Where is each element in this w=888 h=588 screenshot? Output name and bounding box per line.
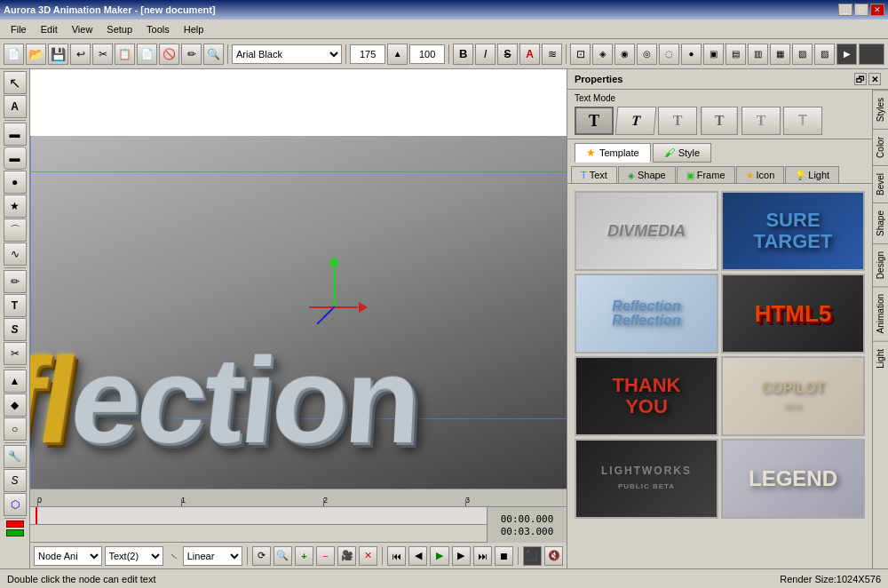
style-item-legend[interactable]: LEGEND <box>721 439 865 519</box>
font-size-up[interactable]: ▲ <box>387 44 408 65</box>
style-item-thankyou[interactable]: THANKYOU <box>575 356 718 436</box>
add-keyframe-button[interactable]: + <box>295 546 313 566</box>
new-button[interactable]: 📄 <box>4 44 24 65</box>
ellipse-tool[interactable]: ● <box>4 171 27 194</box>
style-item-html5[interactable]: HTML5 <box>721 274 865 354</box>
stop-button[interactable]: ⏹ <box>495 546 513 566</box>
italic-button[interactable]: I <box>475 44 496 65</box>
text-mode-btn-2[interactable]: T <box>615 107 657 135</box>
align-button[interactable]: ⊡ <box>570 44 591 65</box>
play-button[interactable]: ▶ <box>430 546 448 566</box>
text-mode-btn-3[interactable]: T <box>658 107 697 135</box>
sub-tab-frame[interactable]: ▣ Frame <box>677 166 735 183</box>
text-mode-btn-5[interactable]: T <box>741 107 781 135</box>
indicator2[interactable] <box>6 529 24 536</box>
style2-button[interactable]: ◉ <box>614 44 635 65</box>
save-button[interactable]: 💾 <box>48 44 68 65</box>
zoom-button[interactable]: 🔍 <box>203 44 224 65</box>
style-item-copilot[interactable]: COPILOTMAX <box>721 356 865 436</box>
sub-tab-icon[interactable]: ★ Icon <box>736 166 785 183</box>
right-tab-styles[interactable]: Styles <box>873 90 888 129</box>
step-forward-button[interactable]: ▶ <box>452 546 471 566</box>
shape-tool[interactable]: S <box>4 318 27 341</box>
menu-setup[interactable]: Setup <box>99 22 139 36</box>
sub-tab-light[interactable]: 💡 Light <box>785 166 839 183</box>
right-tab-design[interactable]: Design <box>873 243 888 286</box>
wrench-tool[interactable]: 🔧 <box>4 445 27 468</box>
style10-button[interactable]: ▧ <box>792 44 813 65</box>
pen-tool[interactable]: ✏ <box>4 270 27 293</box>
bold-button[interactable]: B <box>453 44 473 65</box>
window-controls[interactable]: _ □ ✕ <box>838 4 884 16</box>
type-tool[interactable]: T <box>4 294 27 317</box>
cut-button[interactable]: ✂ <box>92 44 113 65</box>
style-item-suretarget[interactable]: SURETARGET <box>721 191 865 271</box>
minimize-button[interactable]: _ <box>838 4 852 16</box>
menu-tools[interactable]: Tools <box>139 22 177 36</box>
style7-button[interactable]: ▤ <box>725 44 746 65</box>
text-mode-btn-6[interactable]: T <box>783 107 822 135</box>
right-tab-animation[interactable]: Animation <box>873 286 888 340</box>
style6-button[interactable]: ▣ <box>703 44 724 65</box>
copy-button[interactable]: 📋 <box>115 44 135 65</box>
canvas-area[interactable]: flection <box>30 69 567 489</box>
text-combo[interactable]: Text(2) <box>105 546 164 566</box>
style4-button[interactable]: ◌ <box>659 44 679 65</box>
menu-help[interactable]: Help <box>177 22 211 36</box>
right-tab-bevel[interactable]: Bevel <box>873 165 888 203</box>
loop-button[interactable]: ⬛ <box>523 546 542 566</box>
select-tool[interactable]: ↖ <box>4 71 27 94</box>
style3-button[interactable]: ◎ <box>637 44 657 65</box>
render-button[interactable]: ▶ <box>836 44 857 65</box>
font-scale-input[interactable] <box>409 44 445 64</box>
menu-edit[interactable]: Edit <box>34 22 65 36</box>
refresh-button[interactable]: ⟳ <box>252 546 271 566</box>
style9-button[interactable]: ▦ <box>770 44 790 65</box>
search-anim-button[interactable]: 🔍 <box>274 546 292 566</box>
undo-button[interactable]: ↩ <box>70 44 91 65</box>
linear-combo[interactable]: Linear <box>183 546 242 566</box>
sub-tab-text[interactable]: T Text <box>571 166 617 183</box>
s-tool[interactable]: S <box>4 469 27 492</box>
style-item-divmedia[interactable]: DIVMEDIA <box>575 191 718 271</box>
open-button[interactable]: 📂 <box>26 44 46 65</box>
star-tool[interactable]: ★ <box>4 195 27 218</box>
color-swatch[interactable] <box>859 44 884 65</box>
scissor-tool[interactable]: ✂ <box>4 342 27 365</box>
close-button[interactable]: ✕ <box>870 4 884 16</box>
menu-view[interactable]: View <box>65 22 100 36</box>
remove-keyframe-button[interactable]: − <box>316 546 335 566</box>
text-mode-btn-4[interactable]: T <box>701 107 737 135</box>
template-tab[interactable]: ★ Template <box>575 143 651 163</box>
font-name-select[interactable]: Arial Black <box>232 44 342 64</box>
sub-tab-shape[interactable]: ◈ Shape <box>618 166 676 183</box>
paste-button[interactable]: 📄 <box>137 44 157 65</box>
panel-restore-button[interactable]: 🗗 <box>854 73 867 85</box>
pencil-button[interactable]: ✏ <box>181 44 202 65</box>
right-tab-shape[interactable]: Shape <box>873 203 888 243</box>
strikethrough-button[interactable]: S <box>497 44 518 65</box>
right-tab-color[interactable]: Color <box>873 129 888 165</box>
triangle-tool[interactable]: ▲ <box>4 369 27 393</box>
diamond-tool[interactable]: ◆ <box>4 393 27 417</box>
hex-tool[interactable]: ⬡ <box>4 493 27 516</box>
camera-button[interactable]: 🎥 <box>337 546 356 566</box>
rounded-rect-tool[interactable]: ▬ <box>4 147 27 170</box>
skip-forward-button[interactable]: ⏭ <box>473 546 492 566</box>
indicator1[interactable] <box>6 520 24 528</box>
skip-back-button[interactable]: ⏮ <box>387 546 406 566</box>
delete-button[interactable]: 🚫 <box>159 44 179 65</box>
style1-button[interactable]: ◈ <box>592 44 613 65</box>
style8-button[interactable]: ▥ <box>748 44 768 65</box>
extra-button[interactable]: ≋ <box>542 44 562 65</box>
arc-tool[interactable]: ⌒ <box>4 219 27 242</box>
text-color-button[interactable]: A <box>519 44 540 65</box>
right-tab-light[interactable]: Light <box>873 341 888 376</box>
curve-tool[interactable]: ∿ <box>4 242 27 266</box>
rect-tool[interactable]: ▬ <box>4 123 27 146</box>
style-item-lightworks[interactable]: LIGHTWORKSPUBLIC BETA <box>575 439 718 519</box>
maximize-button[interactable]: □ <box>854 4 868 16</box>
step-back-button[interactable]: ◀ <box>408 546 427 566</box>
timeline-bar[interactable]: 00:00.000 00:03.000 <box>30 507 567 525</box>
style-grid-container[interactable]: DIVMEDIA SURETARGET ReflectionReflection <box>567 184 872 568</box>
